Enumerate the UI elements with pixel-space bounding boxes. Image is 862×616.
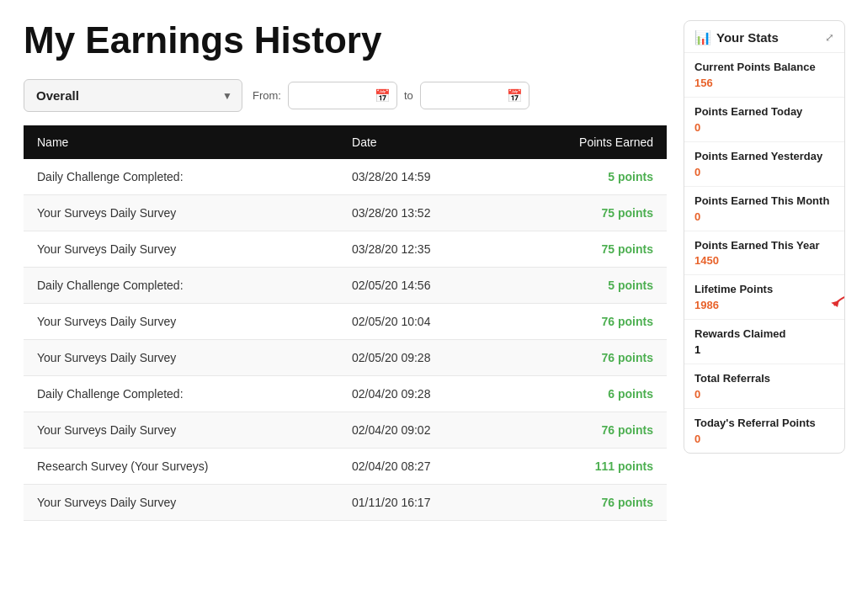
stat-label: Points Earned Today [694,105,834,119]
stat-value: 1986 [694,299,834,311]
table-row: Daily Challenge Completed: 02/05/20 14:5… [24,268,667,304]
dropdown-wrapper: Overall ▼ [24,79,242,112]
table-row: Your Surveys Daily Survey 02/05/20 09:28… [24,340,667,376]
cell-date: 03/28/20 14:59 [338,159,506,195]
stat-item-rewards-claimed: Rewards Claimed1 [684,320,844,364]
cell-points: 111 points [506,449,667,485]
stat-label: Rewards Claimed [694,327,834,342]
col-points: Points Earned [506,125,667,159]
sidebar: 📊 Your Stats ⤢ Current Points Balance156… [684,20,845,599]
stat-item-lifetime-points: Lifetime Points1986 [684,275,844,320]
stat-value: 0 [694,388,834,401]
stat-item-current-points-balance: Current Points Balance156 [684,53,844,98]
cell-name: Your Surveys Daily Survey [24,304,338,340]
table-row: Your Surveys Daily Survey 03/28/20 12:35… [24,231,667,268]
cell-date: 02/04/20 09:02 [338,412,506,449]
col-name: Name [24,125,338,159]
stat-item-today's-referral-points: Today's Referral Points0 [684,409,844,453]
cell-date: 03/28/20 12:35 [338,231,506,268]
stat-label: Current Points Balance [694,61,834,75]
cell-points: 5 points [506,159,667,195]
cell-name: Your Surveys Daily Survey [24,231,338,268]
cell-points: 6 points [506,376,667,412]
cell-date: 02/05/20 14:56 [338,268,506,304]
cell-points: 75 points [506,195,667,231]
stat-label: Points Earned This Year [694,239,834,253]
table-row: Daily Challenge Completed: 03/28/20 14:5… [24,159,667,195]
stats-card: 📊 Your Stats ⤢ Current Points Balance156… [684,20,845,454]
stats-header-left: 📊 Your Stats [694,29,779,45]
stats-title: Your Stats [716,30,779,45]
cell-points: 76 points [506,412,667,449]
table-row: Daily Challenge Completed: 02/04/20 09:2… [24,376,667,412]
filter-bar: Overall ▼ From: 📅 to 📅 [24,79,667,112]
table-row: Research Survey (Your Surveys) 02/04/20 … [24,449,667,485]
cell-date: 01/11/20 16:17 [338,485,506,521]
cell-date: 02/05/20 10:04 [338,304,506,340]
to-date-input[interactable] [420,82,529,109]
page-title: My Earnings History [24,20,667,61]
stat-value: 0 [694,210,834,223]
stats-header: 📊 Your Stats ⤢ [684,21,844,53]
stats-list: Current Points Balance156Points Earned T… [684,53,844,453]
stat-item-points-earned-today: Points Earned Today0 [684,98,844,142]
stat-item-points-earned-this-year: Points Earned This Year1450 [684,231,844,276]
expand-icon[interactable]: ⤢ [825,31,834,44]
stat-label: Lifetime Points [694,283,834,297]
stat-value: 0 [694,121,834,134]
cell-name: Research Survey (Your Surveys) [24,449,338,485]
overall-dropdown[interactable]: Overall [24,79,242,112]
stat-value: 0 [694,433,834,445]
stats-bar-icon: 📊 [694,29,711,45]
date-filter: From: 📅 to 📅 [253,82,529,109]
to-date-wrapper: 📅 [420,82,529,109]
stat-label: Today's Referral Points [694,417,834,431]
stat-label: Total Referrals [694,372,834,386]
stat-value: 0 [694,166,834,178]
cell-name: Your Surveys Daily Survey [24,340,338,376]
cell-date: 02/04/20 08:27 [338,449,506,485]
col-date: Date [338,125,506,159]
to-label: to [404,89,413,102]
table-row: Your Surveys Daily Survey 02/04/20 09:02… [24,412,667,449]
cell-name: Your Surveys Daily Survey [24,485,338,521]
stat-value: 1450 [694,254,834,267]
cell-date: 02/05/20 09:28 [338,340,506,376]
table-row: Your Surveys Daily Survey 02/05/20 10:04… [24,304,667,340]
from-date-wrapper: 📅 [288,82,397,109]
stat-value: 1 [694,343,834,356]
cell-name: Daily Challenge Completed: [24,159,338,195]
cell-name: Your Surveys Daily Survey [24,412,338,449]
cell-points: 76 points [506,485,667,521]
cell-date: 02/04/20 09:28 [338,376,506,412]
cell-points: 5 points [506,268,667,304]
cell-name: Daily Challenge Completed: [24,268,338,304]
table-row: Your Surveys Daily Survey 01/11/20 16:17… [24,485,667,521]
main-content: My Earnings History Overall ▼ From: 📅 to… [24,20,667,599]
from-date-input[interactable] [288,82,397,109]
cell-date: 03/28/20 13:52 [338,195,506,231]
table-row: Your Surveys Daily Survey 03/28/20 13:52… [24,195,667,231]
stat-label: Points Earned Yesterday [694,150,834,164]
stat-item-total-referrals: Total Referrals0 [684,364,844,409]
stat-label: Points Earned This Month [694,194,834,209]
cell-name: Daily Challenge Completed: [24,376,338,412]
stat-value: 156 [694,77,834,89]
from-label: From: [253,89,281,102]
cell-points: 75 points [506,231,667,268]
earnings-table: Name Date Points Earned Daily Challenge … [24,125,667,521]
cell-name: Your Surveys Daily Survey [24,195,338,231]
stat-item-points-earned-this-month: Points Earned This Month0 [684,187,844,231]
cell-points: 76 points [506,340,667,376]
stat-item-points-earned-yesterday: Points Earned Yesterday0 [684,142,844,187]
cell-points: 76 points [506,304,667,340]
